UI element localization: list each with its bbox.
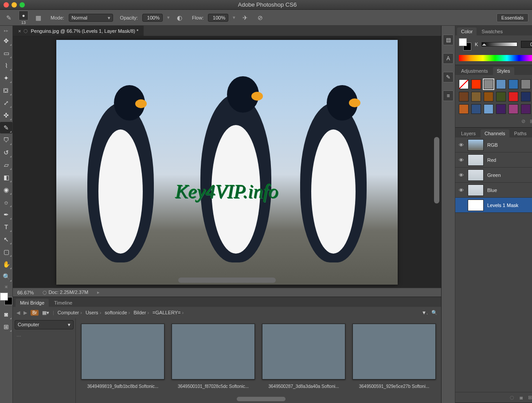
shape-tool[interactable]: ▢ xyxy=(0,246,12,258)
visibility-toggle-icon[interactable]: 👁 xyxy=(458,172,464,178)
blend-mode-select[interactable]: Normal xyxy=(69,14,113,22)
status-menu-icon[interactable]: ▸ xyxy=(97,290,100,295)
brush-panel-toggle-icon[interactable]: ▦ xyxy=(33,12,43,23)
canvas-v-scrollbar[interactable] xyxy=(434,137,439,203)
hand-tool[interactable]: ✋ xyxy=(0,258,12,270)
dodge-tool[interactable]: ☼ xyxy=(0,196,12,208)
bridge-badge[interactable]: Br xyxy=(31,310,39,316)
blur-tool[interactable]: ◉ xyxy=(0,184,12,196)
zoom-icon[interactable] xyxy=(20,2,25,8)
type-tool[interactable]: T xyxy=(0,221,12,233)
zoom-level[interactable]: 66.67% xyxy=(17,290,34,295)
canvas[interactable]: Key4VIP.info xyxy=(56,40,398,285)
style-swatch[interactable] xyxy=(496,79,506,89)
thumbnail-item[interactable]: 3649500591_929e5ce27b Softoni... xyxy=(352,324,436,389)
style-swatch[interactable] xyxy=(484,79,493,89)
channel-row[interactable]: 👁Red⌘3 xyxy=(455,153,532,168)
gradient-tool[interactable]: ◧ xyxy=(0,172,12,183)
stamp-tool[interactable]: ⛉ xyxy=(0,134,12,146)
visibility-toggle-icon[interactable]: 👁 xyxy=(458,142,464,148)
pen-tool[interactable]: ✒ xyxy=(0,209,12,220)
eraser-tool[interactable]: ▱ xyxy=(0,159,12,171)
brush-tool[interactable]: ✎ xyxy=(0,122,12,133)
workspace-switcher[interactable]: Essentials xyxy=(497,13,528,22)
swap-colors-icon[interactable]: ⤮ xyxy=(4,285,8,289)
new-style-icon[interactable]: ⊞ xyxy=(530,118,532,127)
breadcrumb-item[interactable]: Bilder xyxy=(133,310,149,315)
hue-ramp[interactable] xyxy=(459,55,532,61)
style-swatch[interactable] xyxy=(459,79,469,89)
airbrush-icon[interactable]: ✈ xyxy=(240,12,250,23)
tab-color[interactable]: Color xyxy=(457,27,477,35)
thumb-h-scrollbar[interactable] xyxy=(237,397,286,401)
style-swatch[interactable] xyxy=(521,79,531,89)
tab-swatches[interactable]: Swatches xyxy=(477,27,507,35)
close-icon[interactable] xyxy=(4,2,9,8)
pressure-opacity-icon[interactable]: ◐ xyxy=(174,12,185,23)
style-swatch[interactable] xyxy=(496,92,506,102)
lasso-tool[interactable]: ⌇ xyxy=(0,60,12,71)
nav-forward-icon[interactable]: ▶ xyxy=(23,310,27,316)
load-selection-icon[interactable]: ◌ xyxy=(510,395,514,400)
tab-paths[interactable]: Paths xyxy=(510,129,531,137)
style-swatch[interactable] xyxy=(509,92,518,102)
crop-tool[interactable]: ⛋ xyxy=(0,85,12,96)
brush-tool-icon[interactable]: ✎ xyxy=(4,12,14,23)
minimize-icon[interactable] xyxy=(12,2,17,8)
k-value-input[interactable]: 0 xyxy=(521,41,532,48)
thumbnail-item[interactable]: 3649500101_f87028c5dc Softonic... xyxy=(172,324,255,389)
document-tab[interactable]: × ◌ Penguins.jpg @ 66.7% (Levels 1, Laye… xyxy=(13,26,144,36)
breadcrumb-item[interactable]: =GALLERY= xyxy=(153,310,184,315)
canvas-h-scrollbar[interactable] xyxy=(178,278,276,283)
style-swatch[interactable] xyxy=(484,92,493,102)
patch-tool[interactable]: ✜ xyxy=(0,110,12,121)
nav-back-icon[interactable]: ◀ xyxy=(16,310,20,316)
tab-layers[interactable]: Layers xyxy=(457,129,480,137)
brush-preset[interactable]: ● 13 xyxy=(19,11,28,25)
tab-channels[interactable]: Channels xyxy=(481,129,509,137)
thumbnail-item[interactable]: 3649499819_9afb1bc8bd Softonic... xyxy=(81,324,164,389)
clear-style-icon[interactable]: ⊘ xyxy=(521,118,525,127)
history-brush-tool[interactable]: ↺ xyxy=(0,147,12,158)
breadcrumb-item[interactable]: softonicde xyxy=(105,310,130,315)
visibility-toggle-icon[interactable]: 👁 xyxy=(458,157,464,163)
style-swatch[interactable] xyxy=(471,104,481,114)
style-swatch[interactable] xyxy=(471,92,481,102)
close-tab-icon[interactable]: × xyxy=(18,28,21,34)
opacity-input[interactable]: 100% xyxy=(142,14,163,22)
style-swatch[interactable] xyxy=(459,104,469,114)
style-swatch[interactable] xyxy=(471,79,481,89)
visibility-toggle-icon[interactable]: 👁 xyxy=(458,188,464,193)
wand-tool[interactable]: ✦ xyxy=(0,72,12,84)
style-swatch[interactable] xyxy=(521,104,531,114)
character-panel-icon[interactable]: A xyxy=(443,53,454,64)
flow-input[interactable]: 100% xyxy=(208,14,228,22)
color-swatch-pair[interactable] xyxy=(459,38,471,51)
breadcrumb-item[interactable]: Users xyxy=(86,310,101,315)
save-selection-icon[interactable]: ◙ xyxy=(520,395,523,400)
tab-mini-bridge[interactable]: Mini Bridge xyxy=(16,299,49,307)
color-swatches[interactable] xyxy=(0,293,12,305)
new-channel-icon[interactable]: ⊞ xyxy=(528,395,532,400)
quickmask-toggle[interactable]: ◙ xyxy=(0,309,12,320)
breadcrumb-item[interactable]: Computer xyxy=(58,310,82,315)
pressure-size-icon[interactable]: ⊘ xyxy=(255,12,266,23)
style-swatch[interactable] xyxy=(521,92,531,102)
channel-row[interactable]: Levels 1 Mask⌘\ xyxy=(455,198,532,213)
tab-timeline[interactable]: Timeline xyxy=(50,299,77,307)
location-select[interactable]: Computer▾ xyxy=(15,320,74,329)
tab-adjustments[interactable]: Adjustments xyxy=(457,67,492,75)
move-tool[interactable]: ✥ xyxy=(0,35,12,47)
style-swatch[interactable] xyxy=(459,92,469,102)
channel-row[interactable]: 👁Green⌘4 xyxy=(455,168,532,183)
brushes-panel-icon[interactable]: ✎ xyxy=(443,72,454,82)
style-swatch[interactable] xyxy=(484,104,493,114)
thumbnail-item[interactable]: 3649500287_3d8a3da40a Softoni... xyxy=(262,324,345,389)
marquee-tool[interactable]: ▭ xyxy=(0,47,12,59)
collapse-icon[interactable]: ▸▸ xyxy=(4,28,8,33)
screen-mode-toggle[interactable]: ⊞ xyxy=(0,321,12,333)
canvas-viewport[interactable]: Key4VIP.info xyxy=(13,36,441,288)
tab-styles[interactable]: Styles xyxy=(493,67,514,75)
eyedropper-tool[interactable]: ⤢ xyxy=(0,97,12,109)
zoom-tool[interactable]: 🔍 xyxy=(0,271,12,282)
